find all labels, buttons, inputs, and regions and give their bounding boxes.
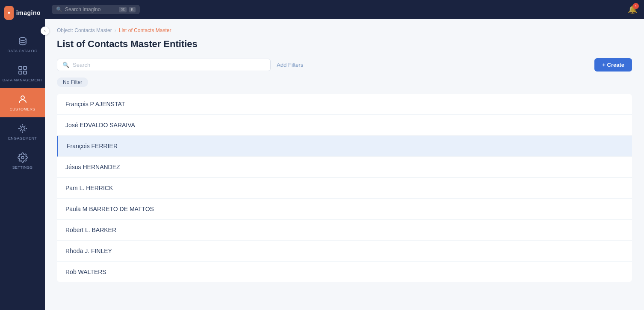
collapse-icon: › [44, 28, 46, 33]
topbar-search-input[interactable] [65, 6, 116, 12]
topbar-kbd-cmd: ⌘ [119, 7, 127, 12]
contact-item[interactable]: François P AJENSTAT [57, 94, 632, 115]
sidebar-item-data-management[interactable]: DATA MANAGEMENT [0, 59, 45, 88]
contact-item[interactable]: François FERRIER [57, 136, 632, 157]
sidebar-item-engagement[interactable]: ENGAGEMENT [0, 117, 45, 146]
topbar: 🔍 ⌘ K 🔔 1 [45, 0, 644, 19]
sidebar-item-label-settings: SETTINGS [12, 165, 32, 170]
add-filters-button[interactable]: Add Filters [277, 62, 303, 68]
svg-point-1 [19, 38, 26, 41]
sidebar-item-settings[interactable]: SETTINGS [0, 146, 45, 176]
search-row: 🔍 Add Filters + Create [57, 58, 632, 72]
svg-rect-3 [24, 66, 27, 69]
svg-rect-2 [19, 66, 22, 69]
main-content: Object: Contacts Master › List of Contac… [45, 19, 644, 310]
sidebar-item-label-data-catalog: DATA CATALOG [8, 49, 38, 53]
create-button[interactable]: + Create [594, 58, 632, 72]
logo-icon [4, 6, 14, 20]
topbar-search-icon: 🔍 [56, 6, 62, 12]
contact-item[interactable]: José EDVALDO SARAIVA [57, 115, 632, 136]
svg-point-8 [21, 156, 24, 159]
contact-item[interactable]: Rhoda J. FINLEY [57, 241, 632, 262]
breadcrumb-parent[interactable]: Object: Contacts Master [57, 27, 112, 33]
sidebar-item-label-customers: CUSTOMERS [9, 107, 35, 111]
topbar-right: 🔔 1 [628, 5, 637, 14]
contact-item[interactable]: Robert L. BARKER [57, 220, 632, 241]
sidebar-collapse-button[interactable]: › [41, 27, 49, 35]
search-box[interactable]: 🔍 [57, 59, 271, 71]
filter-row: No Filter [57, 78, 632, 87]
contact-item[interactable]: Rob WALTERS [57, 262, 632, 282]
search-icon: 🔍 [62, 62, 69, 68]
search-input[interactable] [73, 62, 265, 68]
contact-item[interactable]: Jésus HERNANDEZ [57, 157, 632, 178]
svg-point-7 [21, 127, 24, 130]
contact-item[interactable]: Paula M BARRETO DE MATTOS [57, 199, 632, 220]
topbar-kbd-k: K [129, 7, 136, 12]
svg-point-6 [21, 96, 24, 99]
breadcrumb-current: List of Contacts Master [119, 27, 171, 33]
sidebar-navigation: DATA CATALOG DATA MANAGEMENT CUSTOMERS [0, 30, 45, 176]
notification-button[interactable]: 🔔 1 [628, 5, 637, 14]
sidebar-item-customers[interactable]: CUSTOMERS [0, 88, 45, 117]
sidebar-item-label-engagement: ENGAGEMENT [8, 136, 37, 140]
sidebar-item-data-catalog[interactable]: DATA CATALOG [0, 30, 45, 59]
app-name: imagino [16, 9, 41, 16]
breadcrumb-separator: › [115, 27, 116, 33]
notification-badge: 1 [633, 3, 639, 9]
sidebar-item-label-data-management: DATA MANAGEMENT [3, 78, 43, 82]
page-title: List of Contacts Master Entities [57, 39, 632, 50]
svg-rect-5 [24, 71, 27, 74]
sidebar-logo: imagino [0, 0, 45, 26]
sidebar: imagino DATA CATALOG DATA MANAGEMENT [0, 0, 45, 310]
breadcrumb: Object: Contacts Master › List of Contac… [57, 27, 632, 33]
contact-list: François P AJENSTATJosé EDVALDO SARAIVAF… [57, 94, 632, 282]
svg-rect-4 [19, 71, 22, 74]
topbar-search-box[interactable]: 🔍 ⌘ K [52, 5, 140, 14]
no-filter-chip[interactable]: No Filter [57, 78, 88, 87]
contact-item[interactable]: Pam L. HERRICK [57, 178, 632, 199]
